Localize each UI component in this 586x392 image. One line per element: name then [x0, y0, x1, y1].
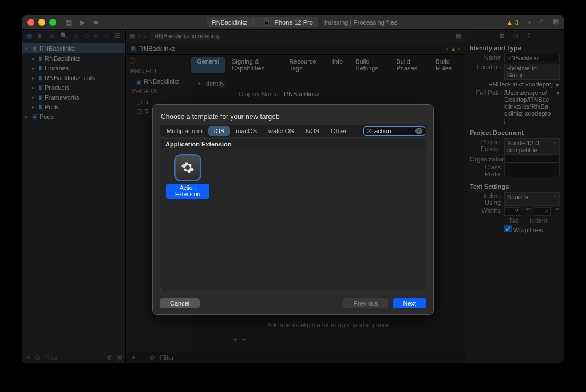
xcode-window: ▦ ▶ ■ RNBacklinkz 〉 📱 iPhone 12 Pro Inde… — [22, 15, 564, 363]
close-window-button[interactable] — [27, 19, 34, 26]
new-target-sheet: Choose a template for your new target: M… — [152, 104, 434, 315]
scheme-project: RNBacklinkz — [212, 19, 247, 26]
template-action-extension[interactable]: Action Extension — [166, 155, 209, 199]
zoom-window-button[interactable] — [49, 19, 56, 26]
minimize-window-button[interactable] — [38, 19, 45, 26]
toolbar-left-icons: ▦ ▶ ■ — [65, 18, 98, 26]
platform-ios[interactable]: iOS — [208, 126, 230, 136]
next-button[interactable]: Next — [393, 298, 426, 308]
platform-multiplatform[interactable]: Multiplatform — [161, 126, 208, 136]
platform-watchos[interactable]: watchOS — [263, 126, 300, 136]
library-icon[interactable]: ⤢ — [539, 18, 544, 26]
platform-macos[interactable]: macOS — [230, 126, 263, 136]
sheet-title: Choose a template for your new target: — [161, 113, 425, 121]
warning-icon: ▲ — [506, 19, 513, 26]
platform-tvos[interactable]: tvOS — [300, 126, 325, 136]
sidebar-toggle-icon[interactable]: ▦ — [65, 18, 72, 26]
add-icon[interactable]: ＋ — [526, 18, 533, 26]
template-label: Action Extension — [166, 184, 209, 199]
warnings-indicator[interactable]: ▲ 3 — [506, 19, 518, 26]
play-icon[interactable]: ▶ — [80, 18, 85, 26]
template-section-header: Application Extension — [160, 139, 426, 149]
gear-icon — [175, 155, 200, 180]
scheme-device: iPhone 12 Pro — [273, 19, 313, 26]
scheme-selector[interactable]: RNBacklinkz 〉 📱 iPhone 12 Pro — [207, 17, 318, 27]
template-search-input[interactable] — [374, 128, 413, 134]
window-controls — [27, 19, 56, 26]
previous-button[interactable]: Previous — [343, 298, 389, 308]
search-icon: ⦿ — [366, 128, 372, 134]
stop-icon[interactable]: ■ — [94, 18, 98, 26]
template-search: ⦿ ✕ — [363, 126, 425, 136]
platform-segmented-control: Multiplatform iOS macOS watchOS tvOS Oth… — [160, 125, 426, 137]
clear-search-icon[interactable]: ✕ — [415, 128, 422, 134]
platform-other[interactable]: Other — [325, 126, 353, 136]
template-grid: Action Extension — [160, 149, 426, 290]
cancel-button[interactable]: Cancel — [160, 298, 200, 308]
warning-count: 3 — [515, 19, 518, 26]
status-text: Indexing | Processing files — [324, 19, 398, 26]
inspector-toggle-icon[interactable]: ▦ — [553, 18, 559, 26]
titlebar: ▦ ▶ ■ RNBacklinkz 〉 📱 iPhone 12 Pro Inde… — [22, 15, 564, 30]
